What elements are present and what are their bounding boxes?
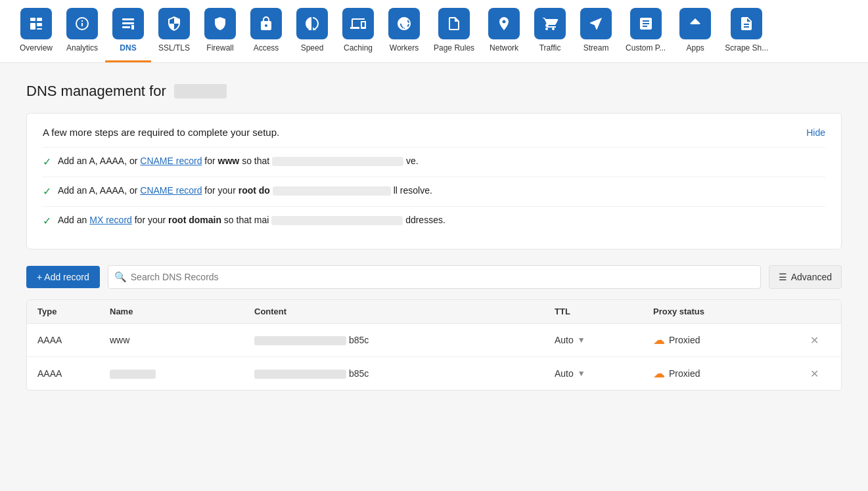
row1-delete[interactable]: ✕ bbox=[798, 368, 831, 380]
setup-notice-header: A few more steps are required to complet… bbox=[43, 127, 825, 138]
tab-speed[interactable]: Speed bbox=[289, 0, 335, 62]
tab-scrapeshield[interactable]: Scrape Sh... bbox=[718, 0, 775, 62]
tab-stream-label: Stream bbox=[583, 43, 609, 53]
row0-proxy: ☁ Proxied bbox=[653, 333, 798, 347]
tab-caching[interactable]: Caching bbox=[335, 0, 381, 62]
advanced-label: Advanced bbox=[791, 272, 832, 282]
dns-table-header: Type Name Content TTL Proxy status bbox=[27, 300, 841, 324]
tab-analytics-label: Analytics bbox=[66, 43, 98, 53]
tab-overview[interactable]: Overview bbox=[13, 0, 59, 62]
tab-apps-label: Apps bbox=[687, 43, 704, 53]
domain-blurred bbox=[174, 84, 227, 98]
svg-rect-7 bbox=[122, 26, 130, 28]
tab-caching-label: Caching bbox=[344, 43, 373, 53]
tab-apps[interactable]: Apps bbox=[672, 0, 718, 62]
row1-name bbox=[110, 368, 254, 379]
tab-firewall-label: Firewall bbox=[206, 43, 233, 53]
search-input[interactable] bbox=[108, 265, 761, 289]
row0-ttl-dropdown[interactable]: ▼ bbox=[578, 335, 585, 345]
row1-proxy-label: Proxied bbox=[669, 368, 700, 379]
tab-analytics[interactable]: Analytics bbox=[59, 0, 105, 62]
tab-scrapeshield-label: Scrape Sh... bbox=[725, 43, 768, 53]
cloud-icon-1: ☁ bbox=[653, 366, 665, 381]
tab-traffic[interactable]: Traffic bbox=[527, 0, 573, 62]
row0-content-suffix: b85c bbox=[349, 335, 369, 345]
row1-name-blurred bbox=[110, 370, 156, 379]
tab-ssltls[interactable]: SSL/TLS bbox=[151, 0, 197, 62]
svg-rect-8 bbox=[131, 25, 134, 30]
col-actions bbox=[798, 307, 831, 316]
setup-notice: A few more steps are required to complet… bbox=[26, 113, 842, 249]
tab-custompages[interactable]: Custom P... bbox=[619, 0, 672, 62]
search-icon: 🔍 bbox=[114, 271, 127, 283]
check-icon-2: ✓ bbox=[43, 213, 51, 229]
cloud-icon-0: ☁ bbox=[653, 333, 665, 347]
tab-workers-label: Workers bbox=[390, 43, 419, 53]
col-ttl: TTL bbox=[555, 307, 653, 316]
cname-link-0[interactable]: CNAME record bbox=[140, 156, 202, 166]
add-record-button[interactable]: + Add record bbox=[26, 266, 100, 288]
row0-name: www bbox=[110, 335, 254, 345]
tab-ssltls-label: SSL/TLS bbox=[158, 43, 190, 53]
row1-proxy: ☁ Proxied bbox=[653, 366, 798, 381]
row1-ttl: Auto ▼ bbox=[555, 368, 653, 379]
row0-content-blurred bbox=[254, 336, 346, 345]
svg-rect-4 bbox=[37, 28, 42, 30]
row0-delete[interactable]: ✕ bbox=[798, 334, 831, 347]
col-name: Name bbox=[110, 307, 254, 316]
tab-speed-label: Speed bbox=[301, 43, 324, 53]
tab-traffic-label: Traffic bbox=[539, 43, 561, 53]
svg-rect-5 bbox=[122, 18, 134, 20]
advanced-icon: ☰ bbox=[779, 272, 787, 282]
page-title: DNS management for bbox=[26, 83, 842, 100]
hide-link[interactable]: Hide bbox=[806, 127, 825, 138]
check-icon-1: ✓ bbox=[43, 184, 51, 200]
setup-item-text-2: Add an MX record for your root domain so… bbox=[58, 213, 825, 227]
tab-network[interactable]: Network bbox=[481, 0, 527, 62]
tab-access-label: Access bbox=[254, 43, 279, 53]
svg-rect-0 bbox=[30, 18, 35, 21]
row1-type: AAAA bbox=[37, 368, 110, 379]
blurred-0a bbox=[272, 157, 403, 166]
main-content: DNS management for A few more steps are … bbox=[0, 63, 868, 410]
row1-ttl-dropdown[interactable]: ▼ bbox=[578, 369, 585, 378]
tab-pagerules[interactable]: Page Rules bbox=[427, 0, 481, 62]
setup-item-text-1: Add an A, AAAA, or CNAME record for your… bbox=[58, 184, 825, 198]
cname-link-1[interactable]: CNAME record bbox=[140, 185, 202, 196]
svg-rect-2 bbox=[30, 23, 35, 30]
nav-tabs: Overview Analytics DNS SSL/TLS Firewall … bbox=[13, 0, 855, 62]
tab-dns-label: DNS bbox=[120, 43, 136, 53]
setup-item-0: ✓ Add an A, AAAA, or CNAME record for ww… bbox=[43, 147, 825, 177]
table-row: AAAA b85c Auto ▼ ☁ Proxied ✕ bbox=[27, 357, 841, 390]
tab-firewall[interactable]: Firewall bbox=[197, 0, 243, 62]
tab-overview-label: Overview bbox=[20, 43, 53, 53]
svg-rect-1 bbox=[37, 18, 42, 21]
search-wrapper: 🔍 bbox=[108, 265, 761, 289]
row1-content-suffix: b85c bbox=[349, 368, 369, 379]
blurred-1a bbox=[273, 186, 391, 196]
dns-table: Type Name Content TTL Proxy status AAAA … bbox=[26, 299, 842, 391]
row0-ttl: Auto ▼ bbox=[555, 335, 653, 345]
setup-item-2: ✓ Add an MX record for your root domain … bbox=[43, 206, 825, 236]
advanced-button[interactable]: ☰ Advanced bbox=[769, 265, 842, 289]
row1-content: b85c bbox=[254, 368, 555, 379]
top-navigation: Overview Analytics DNS SSL/TLS Firewall … bbox=[0, 0, 868, 63]
col-content: Content bbox=[254, 307, 555, 316]
tab-stream[interactable]: Stream bbox=[573, 0, 619, 62]
tab-workers[interactable]: Workers bbox=[381, 0, 427, 62]
blurred-2a bbox=[271, 216, 403, 225]
setup-notice-title: A few more steps are required to complet… bbox=[43, 127, 279, 138]
col-proxy: Proxy status bbox=[653, 307, 798, 316]
tab-dns[interactable]: DNS bbox=[105, 0, 151, 62]
dns-toolbar: + Add record 🔍 ☰ Advanced bbox=[26, 265, 842, 289]
row1-content-blurred bbox=[254, 370, 346, 379]
svg-rect-3 bbox=[37, 23, 42, 26]
check-icon-0: ✓ bbox=[43, 154, 51, 170]
setup-item-text-0: Add an A, AAAA, or CNAME record for www … bbox=[58, 154, 825, 168]
mx-link[interactable]: MX record bbox=[89, 215, 132, 225]
setup-item-1: ✓ Add an A, AAAA, or CNAME record for yo… bbox=[43, 177, 825, 206]
table-row: AAAA www b85c Auto ▼ ☁ Proxied ✕ bbox=[27, 324, 841, 357]
tab-access[interactable]: Access bbox=[243, 0, 289, 62]
tab-pagerules-label: Page Rules bbox=[434, 43, 474, 53]
tab-network-label: Network bbox=[490, 43, 518, 53]
